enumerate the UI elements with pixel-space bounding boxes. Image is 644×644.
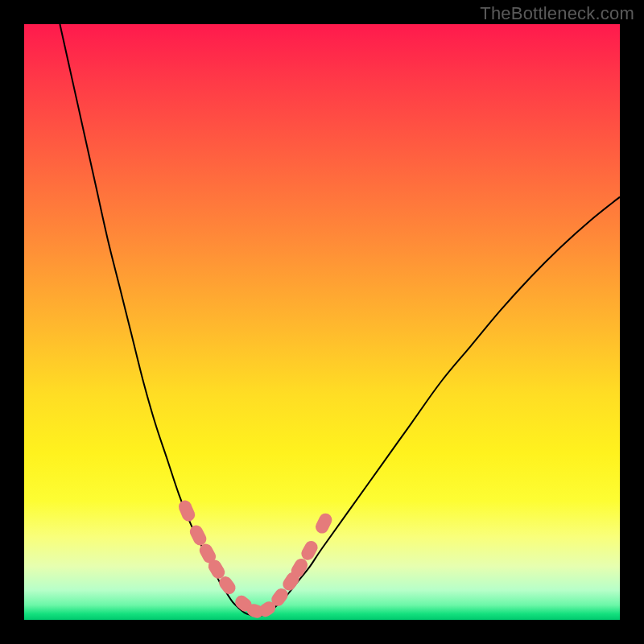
marker-capsule bbox=[219, 576, 235, 594]
marker-capsule bbox=[179, 501, 195, 522]
marker-capsule bbox=[190, 525, 206, 545]
attribution-text: TheBottleneck.com bbox=[480, 3, 634, 24]
marker-capsule bbox=[208, 559, 225, 578]
curve-path bbox=[60, 24, 620, 617]
bottleneck-chart bbox=[24, 24, 620, 620]
marker-capsule bbox=[271, 588, 287, 606]
marker-capsule bbox=[291, 559, 308, 577]
marker-group bbox=[179, 501, 332, 618]
marker-capsule bbox=[259, 601, 275, 617]
marker-capsule bbox=[316, 514, 332, 534]
